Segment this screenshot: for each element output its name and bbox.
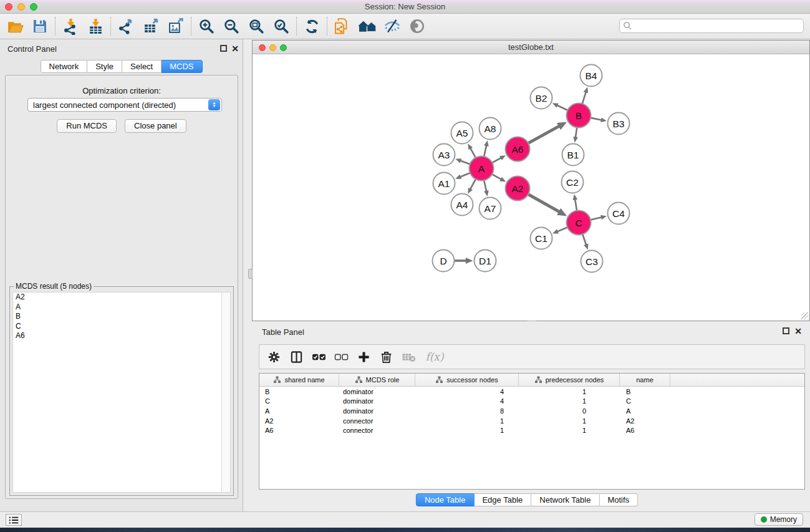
- delete-table-icon[interactable]: [399, 347, 418, 366]
- graph-edge-B-B2[interactable]: [557, 105, 567, 110]
- edge-arrowhead: [455, 175, 461, 179]
- gear-icon[interactable]: [264, 347, 283, 366]
- delete-icon[interactable]: [377, 347, 395, 366]
- memory-button[interactable]: Memory: [755, 513, 803, 526]
- graph-edge-C-C1[interactable]: [557, 228, 567, 232]
- graph-edge-A6-B[interactable]: [528, 126, 559, 143]
- table-row[interactable]: A2connector11A2: [259, 416, 804, 426]
- mcds-list-scrollbar[interactable]: [221, 293, 230, 492]
- zoom-in-icon[interactable]: [194, 15, 219, 37]
- home-network-icon[interactable]: [355, 15, 380, 37]
- export-image-icon[interactable]: [163, 15, 188, 37]
- tab-mcds[interactable]: MCDS: [162, 60, 202, 73]
- select-all-icon[interactable]: [309, 347, 328, 366]
- float-table-panel-icon[interactable]: [783, 327, 789, 334]
- import-table-icon[interactable]: [83, 15, 108, 37]
- mcds-result-item[interactable]: A6: [13, 331, 230, 341]
- toolbar-separator: [327, 17, 327, 36]
- graph-edge-B-B1[interactable]: [576, 127, 577, 137]
- column-header-successor-nodes[interactable]: successor nodes: [415, 374, 519, 386]
- table-cell: A: [259, 407, 339, 415]
- table-panel: Table Panel ✕ f(x) shared nameMCDS roles…: [244, 321, 810, 511]
- table-cell: 1: [519, 388, 620, 395]
- table-row[interactable]: A6connector11A6: [259, 425, 804, 435]
- columns-icon[interactable]: [287, 347, 306, 366]
- float-panel-icon[interactable]: [220, 45, 227, 52]
- close-window-button[interactable]: [5, 3, 12, 11]
- graph-edge-A-A7[interactable]: [484, 180, 486, 191]
- graph-edge-A-A4[interactable]: [470, 179, 476, 189]
- table-cell: 1: [415, 417, 519, 425]
- table-row[interactable]: Adominator80A: [259, 406, 804, 416]
- column-header-name[interactable]: name: [620, 374, 670, 386]
- save-session-icon[interactable]: [27, 15, 52, 37]
- graph-edge-A-A2[interactable]: [492, 174, 501, 179]
- mcds-result-item[interactable]: A2: [13, 293, 230, 302]
- table-cell: 1: [519, 417, 620, 425]
- zoom-window-button[interactable]: [30, 3, 37, 11]
- column-header-predecessor-nodes[interactable]: predecessor nodes: [519, 374, 620, 386]
- tab-network[interactable]: Network: [40, 60, 87, 73]
- graph-edge-A-A1[interactable]: [460, 173, 470, 177]
- zoom-fit-icon[interactable]: [244, 15, 269, 37]
- criterion-select[interactable]: largest connected component (directed) ▲…: [27, 98, 222, 112]
- hide-eye-icon[interactable]: [380, 15, 405, 37]
- graph-edge-C-C4[interactable]: [591, 217, 602, 220]
- search-input[interactable]: [632, 21, 803, 32]
- copy-session-icon[interactable]: [330, 15, 355, 37]
- network-close-button[interactable]: [259, 44, 266, 51]
- export-network-icon[interactable]: [113, 15, 138, 37]
- mcds-result-item[interactable]: B: [13, 312, 230, 322]
- status-bar: Memory: [0, 511, 810, 528]
- eye-icon[interactable]: [405, 15, 430, 37]
- graph-edge-C-C3[interactable]: [582, 234, 586, 244]
- network-minimize-button[interactable]: [269, 44, 276, 51]
- network-window-title: testGlobe.txt: [253, 41, 809, 54]
- table-row[interactable]: Bdominator41B: [259, 387, 804, 397]
- tab-select[interactable]: Select: [122, 60, 162, 73]
- deselect-all-icon[interactable]: [332, 347, 350, 366]
- table-row[interactable]: Cdominator41C: [259, 397, 804, 407]
- zoom-out-icon[interactable]: [219, 15, 244, 37]
- tab-style[interactable]: Style: [87, 60, 122, 73]
- window-resize-grip[interactable]: [801, 312, 809, 320]
- import-network-icon[interactable]: [58, 15, 83, 37]
- tab-motifs[interactable]: Motifs: [599, 493, 638, 506]
- column-header-shared-name[interactable]: shared name: [259, 374, 339, 386]
- graph-edge-A-A8[interactable]: [484, 145, 486, 157]
- edge-arrowhead: [484, 190, 489, 196]
- network-zoom-button[interactable]: [280, 44, 287, 51]
- function-icon[interactable]: f(x): [422, 347, 448, 366]
- hierarchy-icon: [435, 376, 443, 384]
- tab-edge-table[interactable]: Edge Table: [474, 493, 531, 506]
- close-panel-icon[interactable]: ✕: [231, 44, 239, 54]
- mcds-result-item[interactable]: C: [13, 322, 230, 332]
- close-panel-button[interactable]: Close panel: [125, 119, 186, 133]
- table-panel-tabs: Node TableEdge TableNetwork TableMotifs: [416, 493, 638, 506]
- tab-node-table[interactable]: Node Table: [416, 493, 475, 506]
- refresh-icon[interactable]: [299, 15, 324, 37]
- close-table-panel-icon[interactable]: ✕: [794, 326, 802, 336]
- graph-node-label: B1: [567, 150, 579, 160]
- export-table-icon[interactable]: [138, 15, 163, 37]
- zoom-selected-icon[interactable]: [269, 15, 294, 37]
- graph-edge-A-A3[interactable]: [460, 161, 470, 165]
- run-mcds-button[interactable]: Run MCDS: [57, 119, 117, 133]
- minimize-window-button[interactable]: [17, 3, 25, 11]
- graph-edge-A2-C[interactable]: [528, 195, 559, 212]
- network-canvas[interactable]: B4B2BB3A8A5A6A3B1AC2A1A2A4A7C4CC1C3DD1: [253, 54, 809, 321]
- add-icon[interactable]: [354, 347, 373, 366]
- graph-edge-A-A6[interactable]: [492, 158, 501, 163]
- graph-edge-C-C2[interactable]: [575, 199, 577, 210]
- panel-splitter-grip[interactable]: [248, 269, 253, 279]
- task-history-button[interactable]: [6, 514, 22, 526]
- table-toolbar: f(x): [259, 344, 805, 369]
- mcds-result-item[interactable]: A: [13, 302, 230, 312]
- control-panel-title: Control Panel: [7, 44, 57, 54]
- open-folder-icon[interactable]: [2, 15, 27, 37]
- graph-edge-B-B4[interactable]: [582, 92, 586, 104]
- graph-edge-B-B3[interactable]: [591, 118, 602, 120]
- graph-edge-A-A5[interactable]: [470, 148, 475, 158]
- column-header-MCDS-role[interactable]: MCDS role: [339, 374, 415, 386]
- tab-network-table[interactable]: Network Table: [531, 493, 599, 506]
